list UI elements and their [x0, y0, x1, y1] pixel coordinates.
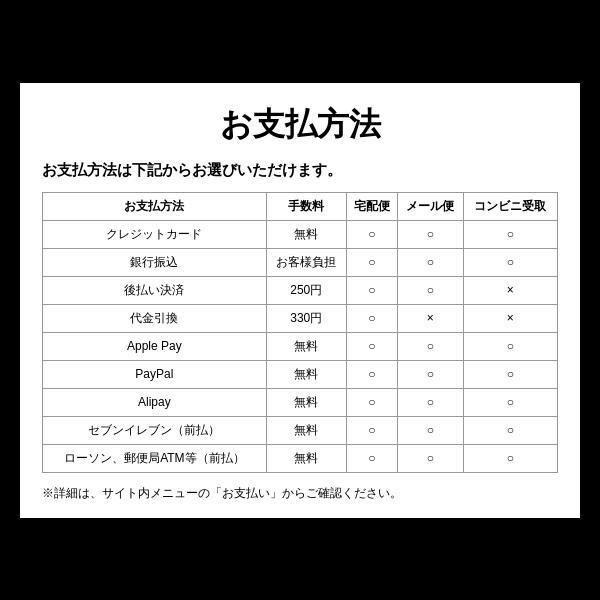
table-header: コンビニ受取: [463, 192, 557, 220]
table-header: お支払方法: [43, 192, 267, 220]
payment-method-name: 代金引換: [43, 304, 267, 332]
table-cell: 無料: [266, 220, 346, 248]
table-cell: ○: [346, 276, 397, 304]
table-cell: ○: [463, 388, 557, 416]
table-cell: ○: [398, 220, 464, 248]
subtitle: お支払方法は下記からお選びいただけます。: [42, 161, 558, 180]
table-cell: ×: [463, 304, 557, 332]
table-cell: ○: [398, 388, 464, 416]
table-cell: 無料: [266, 444, 346, 472]
payment-method-name: セブンイレブン（前払）: [43, 416, 267, 444]
table-header: 宅配便: [346, 192, 397, 220]
table-cell: ○: [346, 416, 397, 444]
payment-method-name: Apple Pay: [43, 332, 267, 360]
table-row: Alipay無料○○○: [43, 388, 558, 416]
table-cell: ○: [463, 332, 557, 360]
table-cell: ○: [398, 416, 464, 444]
table-cell: 無料: [266, 332, 346, 360]
table-cell: ○: [463, 416, 557, 444]
payment-card: お支払方法 お支払方法は下記からお選びいただけます。 お支払方法手数料宅配便メー…: [20, 83, 580, 518]
table-cell: ×: [463, 276, 557, 304]
table-cell: ○: [398, 276, 464, 304]
table-row: 銀行振込お客様負担○○○: [43, 248, 558, 276]
table-cell: ○: [346, 332, 397, 360]
payment-method-name: 後払い決済: [43, 276, 267, 304]
table-row: 後払い決済250円○○×: [43, 276, 558, 304]
table-row: PayPal無料○○○: [43, 360, 558, 388]
table-cell: ○: [463, 444, 557, 472]
table-cell: ○: [398, 360, 464, 388]
payment-method-name: PayPal: [43, 360, 267, 388]
table-row: ローソン、郵便局ATM等（前払）無料○○○: [43, 444, 558, 472]
payment-method-name: Alipay: [43, 388, 267, 416]
table-cell: ×: [398, 304, 464, 332]
payment-method-name: 銀行振込: [43, 248, 267, 276]
table-cell: 無料: [266, 360, 346, 388]
table-cell: ○: [346, 444, 397, 472]
table-header: メール便: [398, 192, 464, 220]
payment-method-name: クレジットカード: [43, 220, 267, 248]
table-row: Apple Pay無料○○○: [43, 332, 558, 360]
table-row: セブンイレブン（前払）無料○○○: [43, 416, 558, 444]
table-cell: ○: [398, 444, 464, 472]
table-cell: ○: [346, 304, 397, 332]
table-cell: ○: [346, 220, 397, 248]
note: ※詳細は、サイト内メニューの「お支払い」からご確認ください。: [42, 485, 558, 502]
payment-method-name: ローソン、郵便局ATM等（前払）: [43, 444, 267, 472]
table-cell: ○: [346, 360, 397, 388]
table-cell: ○: [398, 332, 464, 360]
table-cell: 330円: [266, 304, 346, 332]
table-cell: 250円: [266, 276, 346, 304]
table-cell: 無料: [266, 388, 346, 416]
table-header: 手数料: [266, 192, 346, 220]
table-cell: ○: [346, 388, 397, 416]
table-row: クレジットカード無料○○○: [43, 220, 558, 248]
table-cell: ○: [463, 360, 557, 388]
table-cell: ○: [346, 248, 397, 276]
table-cell: ○: [398, 248, 464, 276]
payment-table: お支払方法手数料宅配便メール便コンビニ受取 クレジットカード無料○○○銀行振込お…: [42, 192, 558, 473]
table-cell: ○: [463, 248, 557, 276]
table-cell: 無料: [266, 416, 346, 444]
table-cell: ○: [463, 220, 557, 248]
table-cell: お客様負担: [266, 248, 346, 276]
table-row: 代金引換330円○××: [43, 304, 558, 332]
page-title: お支払方法: [42, 103, 558, 147]
